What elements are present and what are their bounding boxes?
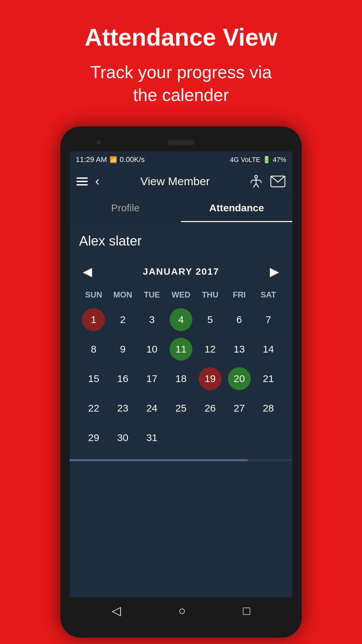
calendar-days: 1234567891011121314151617181920212223242…: [79, 306, 283, 451]
calendar-day-1[interactable]: 1: [79, 306, 108, 333]
calendar-day-12[interactable]: 12: [195, 336, 225, 363]
next-month-button[interactable]: ▶: [266, 265, 283, 279]
calendar-day-26[interactable]: 26: [195, 395, 225, 422]
calendar-day-4[interactable]: 4: [167, 306, 196, 333]
calendar-day-7[interactable]: 7: [254, 306, 283, 333]
day-header-wed: WED: [167, 287, 196, 303]
svg-line-5: [251, 180, 252, 183]
calendar-area: Alex slater ◀ JANUARY 2017 ▶ SUN MON TUE…: [70, 222, 292, 459]
calendar-day-25[interactable]: 25: [167, 395, 196, 422]
status-left: 11:29 AM 📶 0.00K/s: [76, 155, 145, 164]
screen-content: Profile Attendance Alex slater ◀ JANUARY…: [70, 195, 292, 597]
prev-month-button[interactable]: ◀: [79, 265, 96, 279]
status-time: 11:29 AM: [76, 155, 107, 164]
phone-top-bar: [70, 137, 292, 151]
calendar-day-22[interactable]: 22: [79, 395, 108, 422]
calendar-day-30[interactable]: 30: [108, 424, 137, 451]
calendar-day-17[interactable]: 17: [137, 365, 167, 392]
calendar-day-11[interactable]: 11: [167, 336, 196, 363]
calendar-day-28[interactable]: 28: [254, 395, 283, 422]
day-header-fri: FRI: [225, 287, 254, 303]
calendar-day-24[interactable]: 24: [137, 395, 167, 422]
promo-subtitle: Track your progress viathe calender: [85, 61, 278, 106]
bottom-nav: ◁ ○ □: [70, 597, 292, 624]
back-nav-button[interactable]: ◁: [112, 604, 121, 618]
svg-point-0: [255, 175, 257, 178]
status-battery-pct: 47%: [273, 156, 286, 164]
mail-icon[interactable]: [270, 175, 286, 187]
fitness-icon[interactable]: [249, 174, 263, 189]
calendar-day-19[interactable]: 19: [195, 365, 225, 392]
calendar-day-6[interactable]: 6: [225, 306, 254, 333]
day-header-mon: MON: [108, 287, 137, 303]
promo-title: Attendance View: [85, 23, 278, 51]
tabs-bar: Profile Attendance: [70, 195, 292, 222]
back-button[interactable]: ‹: [93, 174, 102, 189]
calendar-day-13[interactable]: 13: [225, 336, 254, 363]
status-right: 4G VoLTE 🔋 47%: [230, 156, 286, 164]
calendar-day-8[interactable]: 8: [79, 336, 108, 363]
hamburger-menu-button[interactable]: [76, 177, 88, 185]
calendar-day-18[interactable]: 18: [167, 365, 196, 392]
calendar-day-16[interactable]: 16: [108, 365, 137, 392]
app-bar-left: ‹: [76, 174, 102, 189]
calendar-day-2[interactable]: 2: [108, 306, 137, 333]
day-header-sat: SAT: [254, 287, 283, 303]
calendar-day-23[interactable]: 23: [108, 395, 137, 422]
recents-nav-button[interactable]: □: [243, 604, 250, 618]
front-camera: [97, 140, 101, 145]
calendar-day-20[interactable]: 20: [225, 365, 254, 392]
calendar-grid: SUN MON TUE WED THU FRI SAT 123456789101…: [79, 287, 283, 451]
calendar-day-10[interactable]: 10: [137, 336, 167, 363]
day-headers: SUN MON TUE WED THU FRI SAT: [79, 287, 283, 303]
app-bar: ‹ View Member: [70, 168, 292, 195]
month-label: JANUARY 2017: [143, 266, 219, 277]
scroll-indicator: [70, 459, 292, 461]
app-bar-right: [249, 174, 286, 189]
calendar-day-29[interactable]: 29: [79, 424, 108, 451]
calendar-day-31[interactable]: 31: [137, 424, 167, 451]
svg-line-4: [256, 183, 259, 187]
day-header-sun: SUN: [79, 287, 108, 303]
calendar-day-9[interactable]: 9: [108, 336, 137, 363]
svg-line-3: [253, 183, 256, 187]
calendar-day-27[interactable]: 27: [225, 395, 254, 422]
calendar-day-3[interactable]: 3: [137, 306, 167, 333]
day-header-tue: TUE: [137, 287, 167, 303]
tab-profile[interactable]: Profile: [70, 195, 181, 222]
status-data-speed: 0.00K/s: [120, 155, 145, 164]
member-name: Alex slater: [79, 230, 283, 252]
calendar-day-5[interactable]: 5: [195, 306, 225, 333]
calendar-day-14[interactable]: 14: [254, 336, 283, 363]
status-network: 4G VoLTE: [230, 156, 260, 164]
status-bar: 11:29 AM 📶 0.00K/s 4G VoLTE 🔋 47%: [70, 151, 292, 168]
phone-speaker: [168, 140, 194, 145]
month-nav: ◀ JANUARY 2017 ▶: [79, 261, 283, 287]
home-nav-button[interactable]: ○: [178, 604, 186, 618]
status-battery-icon: 🔋: [262, 156, 271, 164]
app-bar-title: View Member: [102, 175, 249, 188]
day-header-thu: THU: [195, 287, 225, 303]
promo-section: Attendance View Track your progress viat…: [85, 0, 278, 126]
phone-shell: 11:29 AM 📶 0.00K/s 4G VoLTE 🔋 47% ‹ View…: [60, 126, 302, 638]
calendar-day-15[interactable]: 15: [79, 365, 108, 392]
status-icon-sim: 📶: [110, 156, 117, 163]
tab-attendance[interactable]: Attendance: [181, 195, 292, 222]
svg-line-6: [260, 180, 261, 183]
calendar-day-21[interactable]: 21: [254, 365, 283, 392]
